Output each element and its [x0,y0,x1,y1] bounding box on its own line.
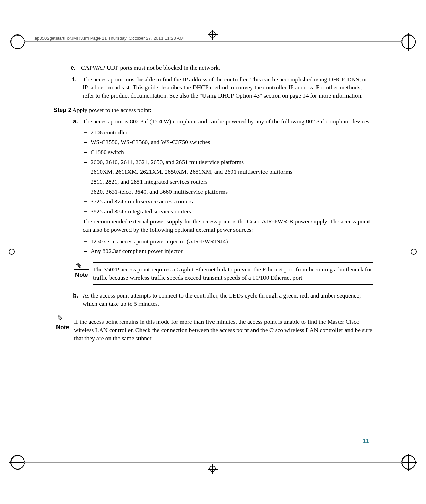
registration-mark-bottom [208,464,218,474]
page-number: 11 [363,438,369,445]
paragraph: The recommended external power supply fo… [83,218,373,234]
item-marker: e. [71,64,81,72]
crop-mark-tl [10,34,25,49]
frame-line [24,462,402,463]
dash-text: 1250 series access point power injector … [91,238,228,246]
frame-line [24,41,24,463]
crop-mark-br [401,455,416,470]
dash-char: – [84,247,91,255]
pencil-icon: ✎ [57,313,63,324]
sub-text: The access point is 802.3af (15.4 W) com… [83,118,373,126]
dash-text: 2106 controller [91,129,127,137]
dash-item: –2811, 2821, and 2851 integrated service… [84,178,373,186]
dash-text: 3825 and 3845 integrated services router… [91,208,191,216]
dash-char: – [84,188,91,196]
note-block-2: ✎ Note If the access point remains in th… [53,315,373,345]
sub-marker: b. [73,292,83,308]
dash-item: –2600, 2610, 2611, 2621, 2650, and 2651 … [84,158,373,167]
dash-char: – [84,238,91,246]
dash-text: 3725 and 3745 multiservice access router… [91,198,193,206]
dash-item: –C1880 switch [84,148,373,157]
header-filename: ap3502getstartForJMR3.fm Page 11 Thursda… [34,36,184,41]
dash-item: –1250 series access point power injector… [84,238,373,246]
frame-line [24,41,402,42]
crop-mark-tr [401,34,416,49]
pencil-icon: ✎ [76,261,82,271]
dash-char: – [84,148,91,157]
step-label: Step 2 [53,106,72,114]
sub-marker: a. [73,118,83,126]
registration-mark-left [7,247,17,257]
sub-item-a: a. The access point is 802.3af (15.4 W) … [73,118,373,126]
dash-item: –Any 802.3af compliant power injector [84,247,373,255]
item-text: The access point must be able to find th… [83,75,373,100]
item-marker: f. [72,75,83,100]
dash-item: –WS-C3550, WS-C3560, and WS-C3750 switch… [84,138,373,147]
dash-text: 2811, 2821, and 2851 integrated services… [91,178,208,186]
step-text: Apply power to the access point: [72,106,373,114]
dash-char: – [84,198,91,206]
dash-list-1: –2106 controller –WS-C3550, WS-C3560, an… [84,129,373,216]
page-content: e. CAPWAP UDP ports must not be blocked … [53,64,373,352]
registration-mark-right [409,247,419,257]
dash-char: – [84,158,91,167]
item-text: CAPWAP UDP ports must not be blocked in … [81,64,373,72]
dash-text: Any 802.3af compliant power injector [91,247,183,255]
dash-text: 3620, 3631-telco, 3640, and 3660 multise… [91,188,228,196]
dash-char: – [84,138,91,147]
note-block-1: ✎ Note The 3502P access point requires a… [72,262,373,285]
dash-item: –2106 controller [84,129,373,137]
dash-char: – [84,178,91,186]
dash-text: C1880 switch [91,148,124,157]
dash-text: 2610XM, 2611XM, 2621XM, 2650XM, 2651XM, … [91,168,292,176]
list-item-f: f. The access point must be able to find… [72,75,373,100]
dash-list-2: –1250 series access point power injector… [84,238,373,255]
registration-mark-top [208,30,218,40]
crop-mark-bl [10,455,25,470]
note-label: Note [56,324,69,332]
sub-item-b: b. As the access point attempts to conne… [73,292,373,308]
dash-item: –3725 and 3745 multiservice access route… [84,198,373,206]
dash-char: – [84,129,91,137]
frame-line [402,41,402,463]
dash-char: – [84,208,91,216]
step-row: Step 2 Apply power to the access point: [53,106,373,114]
list-item-e: e. CAPWAP UDP ports must not be blocked … [71,64,373,72]
note-body: The 3502P access point requires a Gigibi… [93,262,373,285]
note-icon-col: ✎ Note [53,315,74,345]
dash-text: WS-C3550, WS-C3560, and WS-C3750 switche… [91,138,210,147]
dash-item: –3620, 3631-telco, 3640, and 3660 multis… [84,188,373,196]
note-body: If the access point remains in this mode… [74,315,373,345]
sub-text: As the access point attempts to connect … [83,292,373,308]
dash-text: 2600, 2610, 2611, 2621, 2650, and 2651 m… [91,158,244,167]
note-icon-col: ✎ Note [72,262,93,285]
dash-char: – [84,168,91,176]
dash-item: –3825 and 3845 integrated services route… [84,208,373,216]
note-label: Note [75,271,88,279]
dash-item: –2610XM, 2611XM, 2621XM, 2650XM, 2651XM,… [84,168,373,176]
